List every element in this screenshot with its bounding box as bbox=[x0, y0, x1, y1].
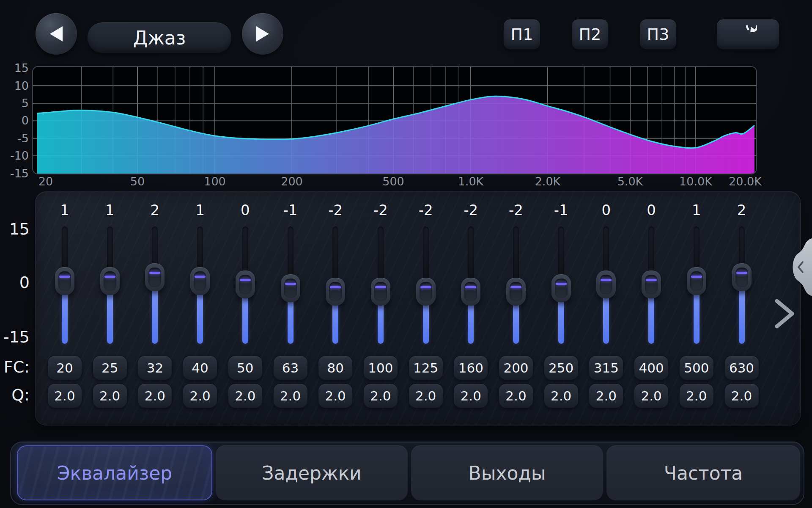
fc-value-button[interactable]: 100 bbox=[363, 356, 398, 380]
scroll-bands-right-button[interactable] bbox=[774, 299, 795, 329]
x-axis-tick: 500 bbox=[368, 174, 419, 189]
gain-slider-handle[interactable] bbox=[551, 274, 571, 302]
gain-slider-handle[interactable] bbox=[461, 278, 480, 306]
gain-slider-handle[interactable] bbox=[236, 271, 255, 298]
handle-grip-icon bbox=[195, 276, 206, 278]
gain-slider-handle[interactable] bbox=[596, 271, 616, 298]
preset-next-button[interactable] bbox=[242, 13, 283, 55]
gain-slider-handle[interactable] bbox=[281, 274, 300, 302]
handle-grip-icon bbox=[420, 286, 431, 288]
q-value-button[interactable]: 2.0 bbox=[679, 384, 714, 408]
band-gain-value: 1 bbox=[671, 202, 722, 218]
q-value-button[interactable]: 2.0 bbox=[183, 384, 217, 408]
fc-value-button[interactable]: 20 bbox=[47, 356, 82, 380]
handle-inset bbox=[374, 282, 387, 301]
gain-slider-handle[interactable] bbox=[642, 271, 661, 298]
gain-slider-handle[interactable] bbox=[145, 263, 165, 291]
band-gain-value: -1 bbox=[536, 202, 587, 218]
fc-value-button[interactable]: 25 bbox=[93, 356, 127, 380]
preset-selector[interactable]: Джаз bbox=[87, 22, 232, 53]
fc-value-button[interactable]: 160 bbox=[453, 356, 488, 380]
preset-prev-button[interactable] bbox=[36, 13, 77, 55]
eq-band-125hz: -21252.0 bbox=[401, 191, 451, 425]
handle-inset bbox=[420, 282, 432, 301]
chevron-right-icon bbox=[777, 301, 792, 326]
eq-band-32hz: 2322.0 bbox=[129, 191, 180, 425]
x-axis-tick: 20 bbox=[20, 174, 71, 189]
q-value-button[interactable]: 2.0 bbox=[453, 384, 488, 408]
tab-outputs[interactable]: Выходы bbox=[411, 445, 603, 500]
q-row-label: Q: bbox=[0, 385, 30, 405]
handle-grip-icon bbox=[104, 276, 115, 278]
fc-value-button[interactable]: 80 bbox=[318, 356, 353, 380]
refresh-icon bbox=[739, 25, 757, 43]
slider-scale-zero: 0 bbox=[0, 273, 30, 292]
q-value-button[interactable]: 2.0 bbox=[273, 384, 308, 408]
x-axis-tick: 20.0K bbox=[720, 174, 771, 189]
gain-slider-handle[interactable] bbox=[416, 278, 436, 306]
tab-equalizer[interactable]: Эквалайзер bbox=[17, 445, 212, 500]
gain-slider-handle[interactable] bbox=[687, 267, 706, 295]
fc-value-button[interactable]: 50 bbox=[228, 356, 263, 380]
side-drawer-handle[interactable] bbox=[787, 238, 812, 296]
q-value-button[interactable]: 2.0 bbox=[228, 384, 263, 408]
eq-band-25hz: 1252.0 bbox=[85, 191, 135, 425]
eq-band-400hz: 04002.0 bbox=[626, 191, 677, 425]
q-value-button[interactable]: 2.0 bbox=[589, 384, 623, 408]
memory-preset-1-button[interactable]: П1 bbox=[503, 19, 540, 50]
eq-band-200hz: -22002.0 bbox=[491, 191, 541, 425]
band-gain-value: 1 bbox=[175, 202, 225, 218]
memory-preset-3-button[interactable]: П3 bbox=[639, 19, 677, 50]
gain-slider-handle[interactable] bbox=[371, 278, 390, 306]
handle-grip-icon bbox=[736, 272, 747, 274]
fc-value-button[interactable]: 32 bbox=[137, 356, 172, 380]
fc-value-button[interactable]: 200 bbox=[499, 356, 533, 380]
q-value-button[interactable]: 2.0 bbox=[634, 384, 669, 408]
q-value-button[interactable]: 2.0 bbox=[544, 384, 579, 408]
q-value-button[interactable]: 2.0 bbox=[409, 384, 443, 408]
q-value-button[interactable]: 2.0 bbox=[499, 384, 533, 408]
q-value-button[interactable]: 2.0 bbox=[318, 384, 353, 408]
x-axis-tick: 200 bbox=[266, 174, 317, 189]
triangle-left-icon bbox=[49, 25, 63, 42]
tab-outputs-label: Выходы bbox=[468, 462, 546, 484]
q-value-button[interactable]: 2.0 bbox=[93, 384, 127, 408]
memory-preset-1-label: П1 bbox=[511, 25, 533, 44]
fc-value-button[interactable]: 400 bbox=[634, 356, 669, 380]
dsp-equalizer-screen: Джаз П1 П2 П3 151050-5-10-15 20501002005… bbox=[0, 0, 812, 508]
fc-value-button[interactable]: 250 bbox=[544, 356, 579, 380]
gain-slider-handle[interactable] bbox=[55, 267, 74, 295]
fc-value-button[interactable]: 500 bbox=[679, 356, 714, 380]
fc-value-button[interactable]: 40 bbox=[183, 356, 217, 380]
handle-inset bbox=[284, 279, 297, 298]
handle-grip-icon bbox=[149, 272, 160, 274]
q-value-button[interactable]: 2.0 bbox=[137, 384, 172, 408]
y-axis-tick: 0 bbox=[0, 114, 29, 127]
eq-band-315hz: 03152.0 bbox=[581, 191, 631, 425]
gain-slider-handle[interactable] bbox=[100, 267, 120, 295]
band-gain-value: 0 bbox=[626, 202, 677, 218]
handle-inset bbox=[735, 268, 748, 287]
tab-frequency[interactable]: Частота bbox=[606, 445, 800, 500]
eq-band-63hz: -1632.0 bbox=[265, 191, 316, 425]
preset-name: Джаз bbox=[133, 27, 186, 49]
handle-grip-icon bbox=[646, 279, 657, 281]
gain-slider-handle[interactable] bbox=[506, 278, 526, 306]
q-value-button[interactable]: 2.0 bbox=[724, 384, 759, 408]
tab-delays[interactable]: Задержки bbox=[216, 445, 408, 500]
gain-slider-handle[interactable] bbox=[190, 267, 210, 295]
gain-slider-handle[interactable] bbox=[732, 263, 752, 291]
fc-value-button[interactable]: 315 bbox=[589, 356, 623, 380]
q-value-button[interactable]: 2.0 bbox=[47, 384, 82, 408]
x-axis-tick: 5.0K bbox=[605, 174, 656, 189]
eq-band-50hz: 0502.0 bbox=[220, 191, 271, 425]
gain-slider-handle[interactable] bbox=[326, 278, 345, 306]
fc-value-button[interactable]: 630 bbox=[724, 356, 759, 380]
q-value-button[interactable]: 2.0 bbox=[363, 384, 398, 408]
fc-value-button[interactable]: 125 bbox=[409, 356, 443, 380]
band-gain-value: 0 bbox=[220, 202, 271, 218]
memory-preset-2-button[interactable]: П2 bbox=[571, 19, 609, 50]
reset-button[interactable] bbox=[716, 19, 779, 50]
fc-value-button[interactable]: 63 bbox=[273, 356, 308, 380]
eq-response-curve bbox=[32, 66, 757, 174]
